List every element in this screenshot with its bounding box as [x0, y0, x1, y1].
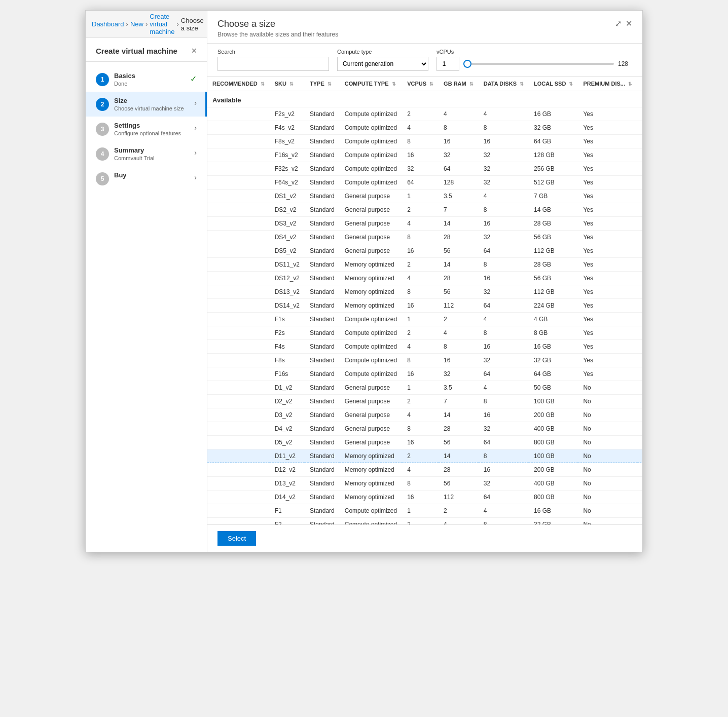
table-row[interactable]: F8s_v2StandardCompute optimized8161664 G… [207, 135, 642, 148]
additional-cell [637, 490, 642, 504]
table-row[interactable]: F4s_v2StandardCompute optimized48832 GBY… [207, 121, 642, 135]
table-row[interactable]: F1StandardCompute optimized12416 GBNo [207, 504, 642, 518]
recommended-cell [207, 422, 270, 436]
table-row[interactable]: F2sStandardCompute optimized2488 GBYes [207, 326, 642, 340]
vcpus-cell: 8 [402, 135, 439, 148]
col-local-ssd[interactable]: LOCAL SSD ⇅ [529, 77, 578, 91]
table-row[interactable]: D11_v2StandardMemory optimized2148100 GB… [207, 449, 642, 463]
table-row[interactable]: F1sStandardCompute optimized1244 GBYes [207, 313, 642, 326]
col-additional[interactable]: ADDITIONAL F... ⇅ [637, 77, 642, 91]
premium-cell: No [578, 490, 637, 504]
table-row[interactable]: F8sStandardCompute optimized8163232 GBYe… [207, 354, 642, 367]
step-1-number: 1 [96, 73, 109, 86]
breadcrumb-new[interactable]: New [130, 20, 143, 28]
sku-cell: F4s [270, 340, 305, 354]
sku-cell: DS3_v2 [270, 217, 305, 231]
type-cell: Standard [305, 381, 340, 395]
table-row[interactable]: F64s_v2StandardCompute optimized64128325… [207, 176, 642, 190]
disks-cell: 8 [479, 518, 529, 525]
sku-cell: DS11_v2 [270, 258, 305, 272]
step-1-name: Basics [114, 72, 187, 80]
premium-cell: No [578, 436, 637, 449]
table-row[interactable]: D5_v2StandardGeneral purpose165664800 GB… [207, 436, 642, 449]
col-data-disks[interactable]: DATA DISKS ⇅ [479, 77, 529, 91]
recommended-cell [207, 395, 270, 408]
vcpu-min-input[interactable] [436, 57, 459, 71]
wizard-step-2[interactable]: 2 Size Choose virtual machine size › [86, 92, 207, 117]
compute-type-cell: General purpose [340, 231, 402, 244]
col-vcpus[interactable]: VCPUS ⇅ [402, 77, 439, 91]
table-row[interactable]: DS13_v2StandardMemory optimized85632112 … [207, 285, 642, 299]
col-premium[interactable]: PREMIUM DIS... ⇅ [578, 77, 637, 91]
col-compute-type[interactable]: COMPUTE TYPE ⇅ [340, 77, 402, 91]
table-row[interactable]: DS2_v2StandardGeneral purpose27814 GBYes [207, 203, 642, 217]
col-sku[interactable]: SKU ⇅ [270, 77, 305, 91]
col-recommended[interactable]: RECOMMENDED ⇅ [207, 77, 270, 91]
maximize-button[interactable]: ⤢ [615, 19, 622, 28]
close-panel-button[interactable]: ✕ [626, 19, 632, 28]
compute-type-select[interactable]: All types Current generation Previous ge… [337, 57, 428, 71]
table-row[interactable]: DS11_v2StandardMemory optimized214828 GB… [207, 258, 642, 272]
vcpu-slider[interactable] [463, 63, 614, 65]
type-cell: Standard [305, 162, 340, 176]
search-input[interactable] [217, 57, 329, 71]
table-row[interactable]: DS14_v2StandardMemory optimized161126422… [207, 299, 642, 313]
wizard-step-4[interactable]: 4 Summary Commvault Trial › [86, 141, 207, 166]
table-row[interactable]: F16sStandardCompute optimized16326464 GB… [207, 367, 642, 381]
vcpus-cell: 1 [402, 313, 439, 326]
table-row[interactable]: DS3_v2StandardGeneral purpose4141628 GBY… [207, 217, 642, 231]
disks-cell: 8 [479, 326, 529, 340]
table-row[interactable]: DS5_v2StandardGeneral purpose165664112 G… [207, 244, 642, 258]
premium-cell: Yes [578, 190, 637, 203]
wizard-step-5[interactable]: 5 Buy › [86, 166, 207, 191]
disks-cell: 16 [479, 340, 529, 354]
col-gbram[interactable]: GB RAM ⇅ [439, 77, 479, 91]
additional-cell [637, 395, 642, 408]
table-row[interactable]: F4sStandardCompute optimized481616 GBYes [207, 340, 642, 354]
table-row[interactable]: D3_v2StandardGeneral purpose41416200 GBN… [207, 408, 642, 422]
compute-type-cell: Memory optimized [340, 272, 402, 285]
additional-cell [637, 504, 642, 518]
breadcrumb-dashboard[interactable]: Dashboard [92, 20, 124, 28]
table-row[interactable]: F2StandardCompute optimized24832 GBNo [207, 518, 642, 525]
col-type[interactable]: TYPE ⇅ [305, 77, 340, 91]
table-row[interactable]: DS1_v2StandardGeneral purpose13.547 GBYe… [207, 190, 642, 203]
local-ssd-cell: 100 GB [529, 395, 578, 408]
recommended-cell [207, 244, 270, 258]
compute-type-cell: Compute optimized [340, 518, 402, 525]
table-row[interactable]: D1_v2StandardGeneral purpose13.5450 GBNo [207, 381, 642, 395]
wizard-step-3[interactable]: 3 Settings Configure optional features › [86, 117, 207, 141]
recommended-cell [207, 190, 270, 203]
premium-cell: No [578, 504, 637, 518]
table-row[interactable]: D13_v2StandardMemory optimized85632400 G… [207, 477, 642, 490]
step-1-check-icon: ✓ [190, 74, 197, 84]
table-row[interactable]: D12_v2StandardMemory optimized42816200 G… [207, 463, 642, 477]
compute-type-cell: Memory optimized [340, 463, 402, 477]
gbram-cell: 16 [439, 135, 479, 148]
table-row[interactable]: F16s_v2StandardCompute optimized16323212… [207, 148, 642, 162]
table-row[interactable]: D14_v2StandardMemory optimized1611264800… [207, 490, 642, 504]
disks-cell: 4 [479, 504, 529, 518]
breadcrumb-create-vm[interactable]: Create virtual machine [150, 13, 174, 35]
table-row[interactable]: D2_v2StandardGeneral purpose278100 GBNo [207, 395, 642, 408]
local-ssd-cell: 800 GB [529, 490, 578, 504]
local-ssd-cell: 800 GB [529, 436, 578, 449]
table-row[interactable]: DS4_v2StandardGeneral purpose8283256 GBY… [207, 231, 642, 244]
gbram-cell: 2 [439, 504, 479, 518]
premium-cell: Yes [578, 217, 637, 231]
table-row[interactable]: D4_v2StandardGeneral purpose82832400 GBN… [207, 422, 642, 436]
table-row[interactable]: DS12_v2StandardMemory optimized4281656 G… [207, 272, 642, 285]
wizard-step-1[interactable]: 1 Basics Done ✓ [86, 67, 207, 92]
table-row[interactable]: F2s_v2StandardCompute optimized24416 GBY… [207, 107, 642, 121]
additional-cell [637, 422, 642, 436]
step-4-desc: Commvault Trial [114, 155, 192, 161]
sku-cell: DS14_v2 [270, 299, 305, 313]
compute-type-cell: General purpose [340, 203, 402, 217]
table-row[interactable]: F32s_v2StandardCompute optimized32643225… [207, 162, 642, 176]
close-button[interactable]: × [191, 46, 197, 55]
gbram-cell: 64 [439, 162, 479, 176]
select-button[interactable]: Select [217, 531, 256, 546]
disks-cell: 8 [479, 449, 529, 463]
type-cell: Standard [305, 477, 340, 490]
recommended-cell [207, 490, 270, 504]
